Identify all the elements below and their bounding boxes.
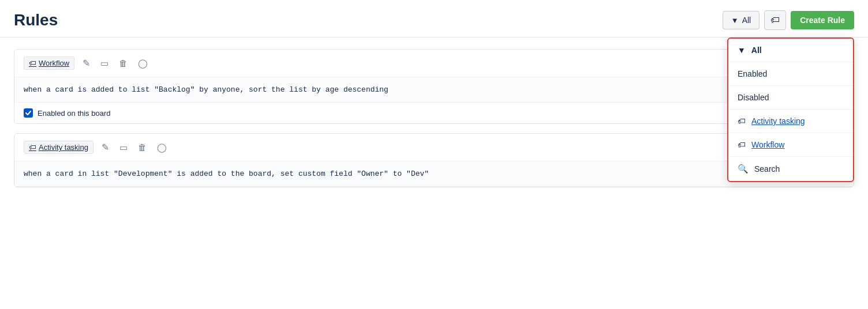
tag-icon-2: 🏷 [29, 143, 36, 152]
dropdown-item-workflow[interactable]: 🏷 Workflow [728, 133, 853, 157]
filter-all-button[interactable]: ▼ All [723, 11, 760, 29]
copy-icon-2: ▭ [119, 142, 128, 153]
rule-2-tag-badge[interactable]: 🏷 Activity tasking [24, 141, 93, 154]
rule-1-delete-button[interactable]: 🗑 [117, 57, 130, 69]
delete-icon-2: 🗑 [138, 142, 147, 152]
dropdown-search-icon: 🔍 [738, 164, 749, 174]
dropdown-item-activity-tasking[interactable]: 🏷 Activity tasking [728, 110, 853, 133]
rule-2-copy-button[interactable]: ▭ [117, 141, 130, 154]
filter-all-label: All [742, 16, 751, 25]
dropdown-all-label: All [751, 46, 762, 55]
header-actions: ▼ All 🏷 Create Rule [723, 10, 854, 30]
rule-2-tag-label: Activity tasking [39, 143, 88, 152]
tag-icon: 🏷 [770, 15, 780, 25]
rule-1-copy-button[interactable]: ▭ [98, 57, 111, 70]
edit-icon-2: ✎ [102, 142, 109, 153]
main-content: 🏷 Workflow ✎ ▭ 🗑 ◯ when a card is added … [0, 37, 868, 208]
create-rule-button[interactable]: Create Rule [791, 11, 854, 29]
rule-2-edit-button[interactable]: ✎ [99, 141, 111, 154]
rule-1-info-button[interactable]: ◯ [136, 57, 150, 70]
rule-1-enabled-checkbox[interactable] [24, 108, 33, 118]
tag-icon-1: 🏷 [29, 59, 36, 67]
dropdown-tag-icon-1: 🏷 [738, 116, 746, 126]
dropdown-enabled-label: Enabled [738, 69, 767, 78]
dropdown-search-label: Search [754, 164, 780, 174]
filter-icon: ▼ [731, 16, 739, 25]
tag-filter-button[interactable]: 🏷 [764, 10, 786, 30]
rule-2-delete-button[interactable]: 🗑 [136, 141, 149, 153]
filter-dropdown: ▼ All Enabled Disabled 🏷 Activity taskin… [727, 37, 854, 182]
rule-1-tag-badge[interactable]: 🏷 Workflow [24, 56, 74, 70]
lightbulb-icon: ◯ [138, 58, 148, 69]
dropdown-item-disabled[interactable]: Disabled [728, 86, 853, 110]
page-title: Rules [14, 11, 58, 29]
dropdown-activity-tasking-link[interactable]: Activity tasking [751, 116, 805, 126]
rule-2-info-button[interactable]: ◯ [155, 141, 169, 154]
dropdown-filter-icon: ▼ [738, 46, 746, 55]
page-header: Rules ▼ All 🏷 Create Rule [0, 0, 868, 37]
rule-1-enabled-label: Enabled on this board [38, 109, 110, 118]
rule-1-edit-button[interactable]: ✎ [80, 56, 92, 70]
rule-1-tag-label: Workflow [39, 59, 69, 67]
copy-icon: ▭ [100, 58, 108, 69]
dropdown-item-search[interactable]: 🔍 Search [728, 157, 853, 181]
dropdown-disabled-label: Disabled [738, 93, 769, 102]
dropdown-item-enabled[interactable]: Enabled [728, 62, 853, 86]
dropdown-item-all[interactable]: ▼ All [728, 39, 853, 62]
delete-icon: 🗑 [119, 58, 128, 68]
dropdown-tag-icon-2: 🏷 [738, 140, 746, 149]
dropdown-workflow-link[interactable]: Workflow [751, 140, 784, 149]
edit-icon: ✎ [83, 58, 90, 69]
lightbulb-icon-2: ◯ [157, 142, 167, 153]
